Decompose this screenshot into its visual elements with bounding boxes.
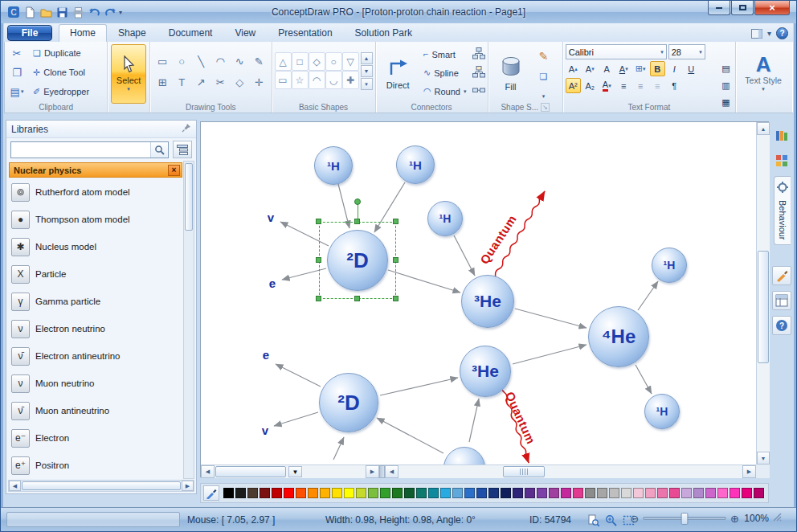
align-right-icon[interactable]: ≡ xyxy=(650,78,665,93)
direct-connector-button[interactable]: Direct xyxy=(378,44,418,102)
color-swatch[interactable] xyxy=(404,488,415,498)
circle-shape-icon[interactable]: ○ xyxy=(325,52,342,71)
atom-node[interactable]: ³He xyxy=(461,275,514,328)
tree-layout-icon[interactable] xyxy=(472,66,485,81)
undo-icon[interactable] xyxy=(87,5,101,19)
scrollbar-thumb[interactable] xyxy=(22,481,181,490)
particle-label[interactable]: e xyxy=(269,276,276,290)
split-tool-icon[interactable]: ✂ xyxy=(210,72,230,92)
redo-icon[interactable] xyxy=(103,5,117,19)
color-swatch[interactable] xyxy=(272,488,282,498)
triangle-shape-icon[interactable]: △ xyxy=(275,52,292,71)
color-swatch[interactable] xyxy=(705,488,716,498)
reaction-arrow[interactable] xyxy=(380,378,458,395)
color-swatch[interactable] xyxy=(669,488,680,498)
search-input[interactable] xyxy=(11,142,150,158)
atom-node[interactable]: ¹H xyxy=(396,145,435,184)
tab-presentation[interactable]: Presentation xyxy=(267,24,343,42)
rotation-handle[interactable] xyxy=(354,198,361,205)
library-item[interactable]: ✱Nucleus model xyxy=(8,233,182,260)
palette-brush-icon[interactable] xyxy=(203,485,219,501)
atom-node[interactable]: ¹H xyxy=(314,146,353,185)
help-globe-icon[interactable]: ? xyxy=(772,316,791,335)
text-tool-icon[interactable]: T xyxy=(172,72,191,92)
reaction-arrow[interactable] xyxy=(638,281,658,310)
atom-node[interactable]: ³He xyxy=(460,346,511,397)
diamond-shape-icon[interactable]: ◇ xyxy=(309,52,325,71)
underline-style-button[interactable]: A▾ xyxy=(616,61,631,76)
particle-label[interactable]: v xyxy=(268,211,274,224)
file-menu-button[interactable]: File xyxy=(7,25,52,41)
new-document-icon[interactable] xyxy=(22,5,37,19)
color-swatch[interactable] xyxy=(645,488,656,498)
color-swatch[interactable] xyxy=(440,488,451,498)
atom-node[interactable]: ¹H xyxy=(652,248,687,283)
chord-shape-icon[interactable]: ◡ xyxy=(325,71,342,89)
behaviour-tab[interactable]: Behaviour xyxy=(774,176,791,245)
tab-view[interactable]: View xyxy=(223,24,267,42)
color-swatch[interactable] xyxy=(657,488,668,498)
color-swatch[interactable] xyxy=(320,488,330,498)
library-view-button[interactable] xyxy=(173,141,192,158)
square-shape-icon[interactable]: □ xyxy=(292,52,309,71)
page-scroll-track[interactable]: ▼ xyxy=(215,465,366,478)
tab-solution-park[interactable]: Solution Park xyxy=(344,24,423,42)
color-swatch[interactable] xyxy=(308,488,318,498)
splitter-handle[interactable] xyxy=(379,465,385,478)
atom-node[interactable]: ⁴He xyxy=(588,306,649,367)
reaction-arrow[interactable] xyxy=(377,418,443,453)
color-swatch[interactable] xyxy=(561,488,571,498)
library-item[interactable]: γGamma particle xyxy=(8,288,182,315)
shapes-scroll-up-button[interactable]: ▲ xyxy=(361,52,373,64)
line-tool-icon[interactable]: ╲ xyxy=(191,51,210,72)
font-color-button[interactable]: A▾ xyxy=(599,78,615,93)
arc-shape-icon[interactable]: ◠ xyxy=(309,71,325,89)
copy-button[interactable]: ❐ xyxy=(7,63,27,81)
page-list-button[interactable]: ▼ xyxy=(288,466,302,477)
subscript-button[interactable]: A₂ xyxy=(582,78,598,93)
pin-icon[interactable] xyxy=(182,123,191,135)
scroll-left-button[interactable]: ◀ xyxy=(9,481,21,491)
library-item[interactable]: ⊚Rutherford atom model xyxy=(8,178,182,206)
ribbon-collapse-icon[interactable]: ▾ xyxy=(767,29,771,38)
spline-connector-button[interactable]: ∿Spline xyxy=(421,64,469,81)
scrollbar-thumb[interactable] xyxy=(185,163,193,231)
color-swatch[interactable] xyxy=(247,488,258,498)
scrollbar-thumb[interactable] xyxy=(215,466,286,477)
color-swatch[interactable] xyxy=(754,488,764,498)
duplicate-button[interactable]: ❏Duplicate xyxy=(30,44,92,62)
scrollbar-thumb[interactable] xyxy=(503,466,545,477)
drawing-canvas[interactable]: ¹H¹H¹H²D³He⁴He¹H¹H²D³HeveevQuantumQuantu… xyxy=(201,122,756,464)
close-library-button[interactable]: × xyxy=(168,165,180,176)
help-icon[interactable]: ? xyxy=(776,27,788,39)
zoom-in-icon[interactable]: ⊕ xyxy=(730,514,739,524)
color-swatch[interactable] xyxy=(633,488,644,498)
reaction-arrow[interactable] xyxy=(515,309,587,328)
scrollbar-thumb[interactable] xyxy=(758,251,769,363)
reaction-arrow[interactable] xyxy=(274,412,318,426)
reaction-arrow[interactable] xyxy=(513,345,587,364)
zoom-slider-thumb[interactable] xyxy=(681,513,689,525)
diamond-tool-icon[interactable]: ◇ xyxy=(230,72,249,92)
color-swatch[interactable] xyxy=(380,488,390,498)
color-swatch[interactable] xyxy=(573,488,583,498)
color-swatch[interactable] xyxy=(452,488,463,498)
scroll-right-button[interactable]: ▶ xyxy=(742,465,756,478)
save-icon[interactable] xyxy=(55,5,69,19)
selection-handle[interactable] xyxy=(316,296,321,301)
solutions-panel-icon[interactable] xyxy=(772,151,791,170)
dialog-launcher-icon[interactable]: ↘ xyxy=(541,103,550,112)
properties-table-icon[interactable] xyxy=(772,291,791,310)
pencil-tool-icon[interactable]: ✎ xyxy=(249,51,268,72)
color-swatch[interactable] xyxy=(235,488,246,498)
color-swatch[interactable] xyxy=(428,488,439,498)
text-style-button[interactable]: A Text Style ▾ xyxy=(738,44,788,102)
library-item[interactable]: ν̄Electron antineutrino xyxy=(8,342,182,370)
bold-button[interactable]: B xyxy=(650,61,665,76)
canvas-scroll-track[interactable] xyxy=(398,465,742,478)
cut-button[interactable]: ✂ xyxy=(7,44,27,62)
align-left-icon[interactable]: ≡ xyxy=(616,78,631,93)
close-button[interactable]: × xyxy=(754,1,790,15)
grid-tool-icon[interactable]: ⊞ xyxy=(153,72,172,92)
line-pencil-icon[interactable]: ✎ xyxy=(534,47,554,65)
